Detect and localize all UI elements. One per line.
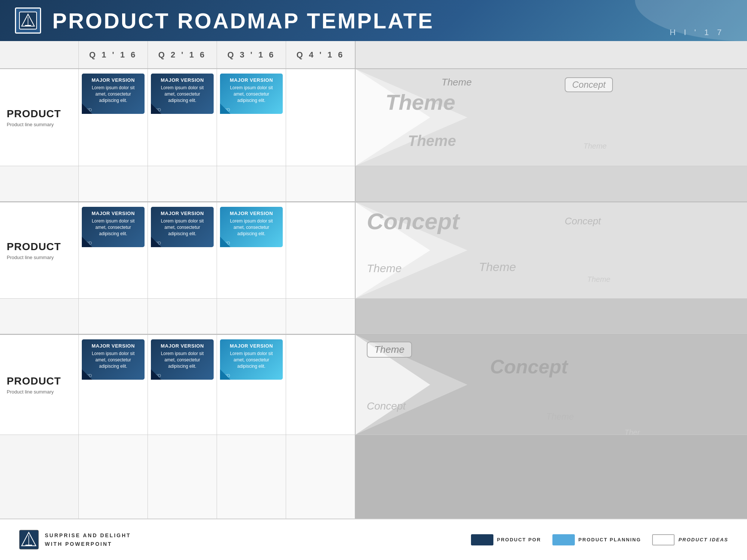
product-3-q3: MAJOR VERSION Lorem ipsum dolor sit amet… xyxy=(217,335,286,435)
card-corner-3 xyxy=(220,103,230,114)
product-1-extra-q2 xyxy=(148,166,217,201)
road-icon xyxy=(19,11,37,30)
concept-box-1: Concept xyxy=(565,77,613,92)
card-text: Lorem ipsum dolor sit amet, consectetur … xyxy=(224,218,278,237)
card-text: Lorem ipsum dolor sit amet, consectetur … xyxy=(86,218,140,237)
product-2-extra-label xyxy=(0,299,78,334)
footer-road-icon xyxy=(19,529,39,550)
product-2-q2-card: MAJOR VERSION Lorem ipsum dolor sit amet… xyxy=(151,207,214,247)
card-text: Lorem ipsum dolor sit amet, consectetur … xyxy=(155,218,209,237)
card-title: MAJOR VERSION xyxy=(224,211,278,216)
product-1-q3-card: MAJOR VERSION Lorem ipsum dolor sit amet… xyxy=(220,74,283,114)
card-text: Lorem ipsum dolor sit amet, consectetur … xyxy=(86,351,140,369)
theme-label-3-4: Theme xyxy=(546,411,574,422)
card-text: Lorem ipsum dolor sit amet, consectetur … xyxy=(224,351,278,369)
card-corner-1 xyxy=(82,103,92,114)
product-2-summary: Product line summary xyxy=(7,255,72,260)
product-1-q1-card: MAJOR VERSION Lorem ipsum dolor sit amet… xyxy=(82,74,145,114)
product-1-q2: MAJOR VERSION Lorem ipsum dolor sit amet… xyxy=(148,69,217,166)
legend-light-box xyxy=(552,534,575,545)
quarter-header-q1: Q 1 ' 1 6 xyxy=(78,41,148,68)
product-2-label: PRODUCT Product line summary xyxy=(0,202,78,298)
product-2-extra-q4 xyxy=(286,299,355,334)
q3-label: Q 3 ' 1 6 xyxy=(227,50,276,60)
product-2-extra-future xyxy=(355,299,747,334)
product-3-extra-q3 xyxy=(217,435,286,519)
product-row-3-main: PRODUCT Product line summary MAJOR VERSI… xyxy=(0,334,747,435)
card-title: MAJOR VERSION xyxy=(155,343,209,349)
product-3-future: Theme Concept Concept Theme Ther xyxy=(355,335,747,435)
product-2-extra-q1 xyxy=(78,299,148,334)
card-title: MAJOR VERSION xyxy=(86,77,140,83)
product-1-summary: Product line summary xyxy=(7,122,72,127)
product-row-1-main: PRODUCT Product line summary MAJOR VERSI… xyxy=(0,69,747,166)
theme-label-2-3: Theme xyxy=(367,262,402,275)
concept-label-3-3: Concept xyxy=(367,400,406,412)
footer-line2: WITH POWERPOINT xyxy=(45,540,131,548)
product-3-name: PRODUCT xyxy=(7,375,72,387)
theme-label-1-1: Theme xyxy=(441,77,472,88)
product-1-q4 xyxy=(286,69,355,166)
product-3-label: PRODUCT Product line summary xyxy=(0,335,78,435)
header-empty-label xyxy=(0,41,78,68)
footer-line1: SURPRISE AND DELIGHT xyxy=(45,531,131,539)
page-wrapper: PRODUCT ROADMAP TEMPLATE H I ' 1 7 Q 1 '… xyxy=(0,0,747,560)
product-3-q4 xyxy=(286,335,355,435)
product-3-extra-future xyxy=(355,435,747,519)
card-text: Lorem ipsum dolor sit amet, consectetur … xyxy=(224,85,278,103)
legend-por-label: PRODUCT POR xyxy=(497,537,541,542)
theme-label-2-4: Theme xyxy=(479,260,516,274)
header: PRODUCT ROADMAP TEMPLATE H I ' 1 7 xyxy=(0,0,747,41)
product-2-q3-card: MAJOR VERSION Lorem ipsum dolor sit amet… xyxy=(220,207,283,247)
product-1-q2-card: MAJOR VERSION Lorem ipsum dolor sit amet… xyxy=(151,74,214,114)
quarter-header-q3: Q 3 ' 1 6 xyxy=(217,41,286,68)
legend-planning-label: PRODUCT PLANNING xyxy=(579,537,641,542)
theme-label-1-4: Theme xyxy=(583,142,607,150)
product-1-q3: MAJOR VERSION Lorem ipsum dolor sit amet… xyxy=(217,69,286,166)
future-header xyxy=(355,41,747,68)
card-title: MAJOR VERSION xyxy=(224,343,278,349)
product-3-extra-q1 xyxy=(78,435,148,519)
card-title: MAJOR VERSION xyxy=(155,211,209,216)
header-subtitle: H I ' 1 7 xyxy=(670,28,725,37)
product-2-q4 xyxy=(286,202,355,298)
footer-legend: PRODUCT POR PRODUCT PLANNING PRODUCT IDE… xyxy=(471,534,728,545)
product-3-extra-q4 xyxy=(286,435,355,519)
card-text: Lorem ipsum dolor sit amet, consectetur … xyxy=(155,85,209,103)
product-3-extra-q2 xyxy=(148,435,217,519)
product-3-summary: Product line summary xyxy=(7,389,72,395)
product-2-q2: MAJOR VERSION Lorem ipsum dolor sit amet… xyxy=(148,202,217,298)
theme-label-1-3: Theme xyxy=(408,133,456,149)
card-corner-5 xyxy=(151,237,161,247)
product-1-name: PRODUCT xyxy=(7,108,72,120)
product-1-extra-q3 xyxy=(217,166,286,201)
product-1-extra-q1 xyxy=(78,166,148,201)
card-corner-6 xyxy=(220,237,230,247)
footer: SURPRISE AND DELIGHT WITH POWERPOINT PRO… xyxy=(0,519,747,560)
q1-label: Q 1 ' 1 6 xyxy=(89,50,137,60)
theme-label-3-5: Ther xyxy=(624,428,640,435)
legend-dark-box xyxy=(471,534,493,545)
concept-label-2-2: Concept xyxy=(565,215,601,227)
product-row-3-extra xyxy=(0,435,747,519)
card-text: Lorem ipsum dolor sit amet, consectetur … xyxy=(155,351,209,369)
product-1-future: Theme Theme Concept Theme Theme xyxy=(355,69,747,166)
logo xyxy=(15,7,41,34)
product-1-q1: MAJOR VERSION Lorem ipsum dolor sit amet… xyxy=(78,69,148,166)
quarter-header-q2: Q 2 ' 1 6 xyxy=(148,41,217,68)
q4-label: Q 4 ' 1 6 xyxy=(297,50,345,60)
theme-box-3-1: Theme xyxy=(367,342,412,358)
product-row-1-extra xyxy=(0,166,747,202)
legend-product-ideas: PRODUCT IDEAS xyxy=(652,534,728,545)
product-1-extra-label xyxy=(0,166,78,201)
page-title: PRODUCT ROADMAP TEMPLATE xyxy=(52,8,434,33)
product-3-q1: MAJOR VERSION Lorem ipsum dolor sit amet… xyxy=(78,335,148,435)
product-row-2-extra xyxy=(0,299,747,334)
footer-text: SURPRISE AND DELIGHT WITH POWERPOINT xyxy=(45,531,131,548)
product-2-extra-q2 xyxy=(148,299,217,334)
product-3-q3-card: MAJOR VERSION Lorem ipsum dolor sit amet… xyxy=(220,339,283,380)
product-2-name: PRODUCT xyxy=(7,241,72,253)
product-1-extra-q4 xyxy=(286,166,355,201)
card-corner-8 xyxy=(151,369,161,380)
product-2-future: Concept Concept Theme Theme Theme xyxy=(355,202,747,298)
